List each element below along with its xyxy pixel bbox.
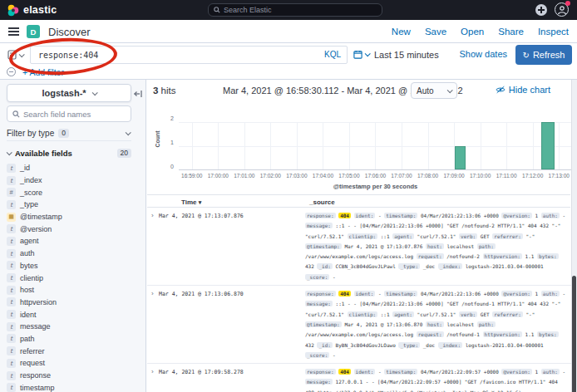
source-value: _doc [423, 263, 435, 269]
source-value: 432 [305, 342, 314, 348]
expand-row-icon[interactable]: › [147, 211, 159, 282]
field-item-host[interactable]: thost [7, 284, 144, 296]
source-value: 127.0.0.1 - - [04/Mar/2021:22:09:57 +000… [305, 379, 558, 392]
source-value: 1.1 [525, 253, 535, 259]
expand-row-icon[interactable]: › [147, 367, 159, 392]
field-item-@timestamp[interactable]: ▦@timestamp [7, 211, 144, 223]
x-tick-label: 17:09:00 [443, 173, 464, 179]
source-field-name: host: [426, 321, 444, 327]
source-field-name: response: [305, 213, 336, 218]
histogram-bar[interactable] [541, 122, 555, 169]
source-value: ::1 [381, 311, 390, 317]
source-field-name: ident: [354, 369, 376, 375]
available-fields-count-badge: 20 [117, 149, 131, 158]
appbar-action-new[interactable]: New [392, 27, 411, 37]
appbar-action-open[interactable]: Open [461, 27, 484, 37]
source-field-name: referrer: [492, 233, 523, 239]
search-icon [214, 7, 220, 13]
source-value: localhost [447, 243, 475, 249]
help-icon[interactable] [535, 4, 547, 16]
field-item-_type[interactable]: t_type [7, 198, 144, 211]
field-item-auth[interactable]: tauth [7, 247, 144, 260]
time-column-header[interactable]: Time ▾ [181, 198, 201, 206]
discover-main: 3 hits Mar 4, 2021 @ 16:58:30.112 - Mar … [147, 80, 577, 392]
scrollbar-thumb[interactable] [572, 276, 576, 392]
source-field-name: request: [417, 331, 444, 337]
appbar-action-inspect[interactable]: Inspect [538, 27, 569, 37]
gridline [375, 122, 376, 169]
source-field-name: response: [305, 291, 336, 296]
field-name: timestamp [20, 384, 55, 392]
field-name: agent [20, 237, 39, 245]
field-item-clientip[interactable]: tclientip [7, 272, 144, 284]
global-search-input[interactable]: Search Elastic [208, 3, 382, 17]
gridline [506, 122, 507, 169]
highlighted-value: 404 [338, 213, 351, 218]
date-picker-button[interactable] [353, 50, 369, 59]
source-value: /notfound-1 [446, 331, 480, 337]
field-item-path[interactable]: tpath [7, 333, 144, 345]
field-item-response[interactable]: tresponse [7, 370, 144, 382]
expand-row-icon[interactable]: › [147, 289, 159, 360]
appbar-action-share[interactable]: Share [498, 27, 524, 37]
kql-language-button[interactable]: KQL [324, 50, 341, 59]
row-source: response: 404 ident: - timestamp: 04/Mar… [305, 367, 571, 392]
filter-row: + Add filter [0, 66, 577, 80]
source-field-name: bytes: [537, 331, 559, 337]
highlighted-value: 404 [338, 291, 351, 296]
source-field-name: @timestamp: [305, 243, 342, 249]
field-item-agent[interactable]: tagent [7, 235, 144, 247]
source-value: Mar 4, 2021 @ 17:13:07.876 [344, 243, 422, 249]
index-pattern-selector[interactable]: logstash-* [7, 84, 131, 102]
field-name: referrer [20, 347, 45, 355]
gridline [428, 122, 429, 169]
field-item-_score[interactable]: #_score [7, 186, 144, 198]
menu-icon[interactable] [8, 27, 19, 38]
histogram-bar[interactable] [455, 146, 466, 170]
hide-chart-button[interactable]: Hide chart [496, 85, 550, 95]
time-range-label[interactable]: Last 15 minutes [374, 50, 439, 60]
saved-query-menu-button[interactable] [7, 50, 23, 60]
notification-dot [565, 1, 570, 6]
field-name: auth [20, 249, 35, 257]
elastic-brand[interactable]: elastic [7, 0, 57, 20]
source-value: "curl/7.52.1" [417, 311, 456, 317]
field-item-message[interactable]: tmessage [7, 321, 144, 333]
field-list: t_idt_index#_scoret_type▦@timestampt@ver… [7, 162, 144, 392]
filter-menu-icon[interactable] [7, 67, 16, 76]
show-dates-button[interactable]: Show dates [460, 49, 507, 59]
string-type-icon: t [7, 322, 16, 331]
source-value: - [378, 213, 382, 218]
field-search-input[interactable]: Search field names [7, 105, 131, 122]
interval-select[interactable]: Auto [411, 82, 457, 99]
field-item-ident[interactable]: tident [7, 308, 144, 321]
global-search-placeholder: Search Elastic [224, 6, 272, 14]
source-value: "-" [525, 311, 535, 317]
discover-app-badge[interactable]: D [27, 25, 40, 38]
sort-descending-icon[interactable]: ▾ [199, 199, 202, 205]
refresh-button[interactable]: ↻ Refresh [515, 45, 572, 65]
collapse-sidebar-icon[interactable] [134, 86, 142, 101]
field-item-bytes[interactable]: tbytes [7, 260, 144, 272]
source-field-name: host: [426, 243, 444, 249]
field-item-timestamp[interactable]: ttimestamp [7, 381, 144, 392]
string-type-icon: t [7, 237, 16, 246]
field-item-httpversion[interactable]: thttpversion [7, 296, 144, 309]
appbar-action-save[interactable]: Save [425, 27, 446, 37]
field-item-_index[interactable]: t_index [7, 174, 144, 187]
available-fields-header[interactable]: Available fields 20 [7, 149, 131, 158]
string-type-icon: t [7, 383, 16, 392]
chevron-down-icon [19, 51, 25, 57]
chevron-down-icon [126, 130, 131, 135]
field-item-referrer[interactable]: treferrer [7, 345, 144, 357]
filter-by-type-toggle[interactable]: Filter by type 0 [7, 126, 131, 141]
field-item-@version[interactable]: t@version [7, 223, 144, 235]
source-field-name: verb: [459, 233, 477, 239]
field-item-request[interactable]: trequest [7, 357, 144, 370]
add-filter-button[interactable]: + Add filter [22, 67, 64, 77]
row-source: response: 404 ident: - timestamp: 04/Mar… [305, 289, 571, 360]
field-item-_id[interactable]: t_id [7, 162, 144, 174]
query-input[interactable]: response:404 KQL [30, 46, 348, 64]
source-field-name: httpversion: [483, 331, 522, 337]
scrollbar-track[interactable] [571, 80, 577, 392]
